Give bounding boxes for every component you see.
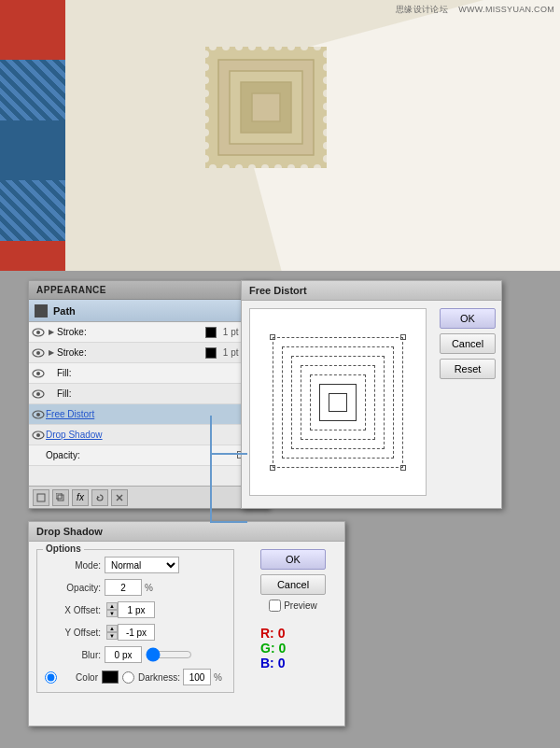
svg-point-48	[36, 392, 40, 396]
mode-select[interactable]: Normal	[105, 557, 179, 573]
drop-shadow-ok-btn[interactable]: OK	[260, 549, 326, 570]
svg-rect-40	[252, 93, 280, 121]
visibility-icon-1[interactable]	[31, 325, 46, 340]
color-label: Color	[61, 672, 98, 683]
canvas-area: 思缘设计论坛 WWW.MISSY​UAN.COM	[0, 0, 560, 271]
visibility-icon-5[interactable]	[31, 407, 46, 422]
darkness-input[interactable]	[183, 669, 211, 685]
path-label: Path	[53, 305, 76, 317]
opacity-field-label: Opacity:	[45, 583, 101, 593]
drop-shadow-dialog: Drop Shadow Options Mode: Normal Opacity…	[28, 521, 345, 727]
svg-point-46	[36, 372, 40, 375]
new-layer-btn[interactable]	[33, 489, 49, 506]
strip-blue	[0, 120, 65, 180]
free-distort-label[interactable]: Free Distort	[46, 409, 255, 419]
rgb-r-display: R: 0	[260, 626, 326, 641]
free-distort-cancel-btn[interactable]: Cancel	[440, 333, 496, 354]
appearance-row-free-distort[interactable]: Free Distort fx	[29, 404, 268, 425]
rgb-display: R: 0 G: 0 B: 0	[260, 626, 326, 670]
options-group: Options Mode: Normal Opacity: %	[36, 549, 234, 693]
x-step-dn[interactable]: ▼	[106, 610, 118, 617]
svg-rect-54	[58, 495, 63, 501]
strip-red2	[0, 241, 65, 271]
drop-shadow-right: OK Cancel Preview R: 0 G: 0	[242, 542, 344, 725]
opacity-row: Opacity: %	[45, 578, 226, 597]
delete-btn[interactable]	[111, 489, 128, 506]
preview-checkbox[interactable]	[269, 600, 281, 612]
visibility-icon-4[interactable]	[31, 387, 46, 402]
blur-slider[interactable]	[146, 649, 192, 660]
strip-pattern2	[0, 180, 65, 240]
x-stepper[interactable]: ▲ ▼	[106, 602, 118, 617]
stamp-svg	[205, 47, 327, 168]
distort-preview	[249, 308, 427, 496]
appearance-row-fill2[interactable]: Fill:	[29, 384, 268, 404]
appearance-row-opacity: Opacity: Default	[29, 445, 268, 466]
x-offset-label: X Offset:	[45, 605, 101, 615]
connector-line-distort-h	[210, 453, 247, 455]
fill1-label: Fill:	[57, 368, 249, 378]
x-offset-row: X Offset: ▲ ▼	[45, 600, 226, 619]
svg-rect-53	[37, 494, 45, 501]
opacity-input[interactable]	[105, 579, 142, 596]
appearance-row-stroke1[interactable]: ▶ Stroke: 1 pt Inside	[29, 322, 268, 343]
appearance-row-fill1[interactable]: Fill:	[29, 363, 268, 384]
appearance-toolbar: fx	[29, 486, 268, 508]
darkness-radio[interactable]	[122, 671, 134, 684]
y-offset-input[interactable]	[118, 624, 155, 641]
reset-btn[interactable]	[91, 489, 108, 506]
drop-shadow-body: Options Mode: Normal Opacity: %	[29, 542, 344, 725]
opacity-unit: %	[145, 583, 153, 593]
darkness-unit: %	[214, 672, 222, 683]
free-distort-ok-btn[interactable]: OK	[440, 308, 496, 329]
free-distort-reset-btn[interactable]: Reset	[440, 359, 496, 379]
drop-shadow-left: Options Mode: Normal Opacity: %	[29, 542, 242, 725]
drop-shadow-label[interactable]: Drop Shadow	[46, 430, 255, 440]
x-offset-input[interactable]	[118, 601, 155, 618]
connector-line-shadow-h	[210, 521, 247, 523]
y-step-dn[interactable]: ▼	[106, 632, 118, 640]
x-step-up[interactable]: ▲	[106, 602, 118, 610]
options-group-label: Options	[43, 543, 84, 554]
color-row: Color Darkness: %	[45, 668, 226, 686]
svg-point-44	[36, 351, 40, 355]
visibility-icon-2[interactable]	[31, 346, 46, 360]
visibility-icon-6[interactable]	[31, 428, 46, 443]
fx-btn[interactable]: fx	[72, 489, 89, 506]
arrow-icon-1: ▶	[46, 327, 57, 338]
stroke2-swatch[interactable]	[205, 347, 217, 359]
appearance-title-bar: APPEARANCE ◀ ◀	[29, 281, 268, 300]
watermark: 思缘设计论坛 WWW.MISSY​UAN.COM	[396, 4, 554, 16]
color-swatch[interactable]	[102, 670, 119, 684]
distort-preview-inner	[273, 337, 403, 468]
solid-sq-7	[329, 393, 347, 412]
y-offset-row: Y Offset: ▲ ▼	[45, 623, 226, 642]
stroke2-label: Stroke:	[57, 347, 203, 358]
appearance-panel: APPEARANCE ◀ ◀ Path ▶ Stroke: 1 pt Insid…	[28, 280, 269, 509]
drop-shadow-cancel-btn[interactable]: Cancel	[260, 574, 326, 595]
mode-label: Mode:	[45, 560, 101, 571]
svg-point-42	[36, 331, 40, 334]
dupe-btn[interactable]	[52, 489, 69, 506]
blur-label: Blur:	[45, 650, 101, 660]
visibility-icon-3[interactable]	[31, 366, 46, 381]
svg-point-52	[36, 433, 40, 437]
appearance-row-drop-shadow[interactable]: Drop Shadow fx	[29, 425, 268, 445]
stroke1-swatch[interactable]	[205, 327, 217, 338]
preview-row: Preview	[269, 600, 317, 612]
rgb-b-display: B: 0	[260, 656, 326, 670]
blur-row: Blur:	[45, 645, 226, 664]
y-offset-label: Y Offset:	[45, 628, 101, 638]
drop-shadow-title: Drop Shadow	[29, 522, 344, 542]
arrow-icon-4	[46, 388, 57, 400]
y-stepper[interactable]: ▲ ▼	[106, 625, 118, 640]
connector-line-distort	[210, 416, 212, 453]
y-step-up[interactable]: ▲	[106, 625, 118, 632]
stroke1-label: Stroke:	[57, 327, 203, 337]
blur-input[interactable]	[105, 646, 142, 663]
arrow-icon-3	[46, 368, 57, 379]
left-strips	[0, 0, 65, 271]
color-radio[interactable]	[45, 671, 57, 684]
appearance-path-header: Path	[29, 300, 268, 322]
appearance-row-stroke2[interactable]: ▶ Stroke: 1 pt Inside	[29, 343, 268, 363]
